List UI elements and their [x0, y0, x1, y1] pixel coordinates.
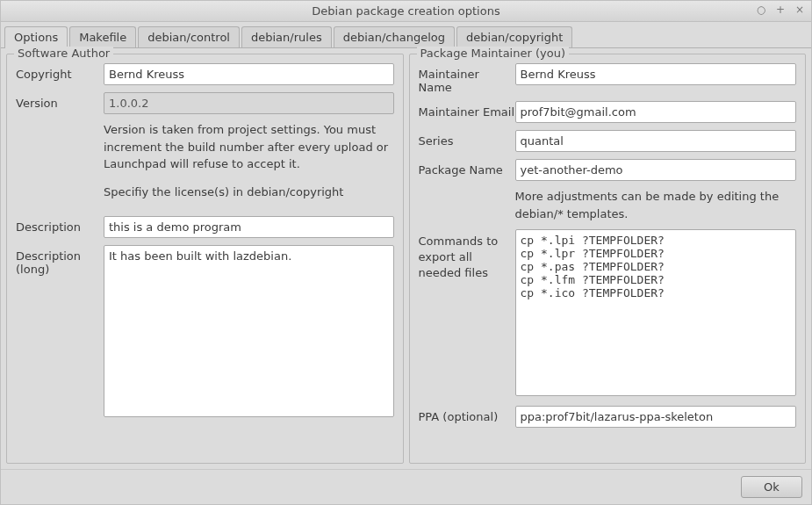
maintainer-email-label: Maintainer Email [419, 101, 515, 119]
titlebar: Debian package creation options ○ + × [1, 1, 811, 22]
ok-button[interactable]: Ok [741, 476, 802, 498]
package-maintainer-group: Package Maintainer (you) Maintainer Name… [409, 54, 807, 464]
window-title: Debian package creation options [312, 4, 499, 18]
commands-input[interactable] [515, 229, 797, 396]
close-icon[interactable]: × [794, 4, 806, 16]
license-help-text: Specifiy the license(s) in debian/copyri… [104, 184, 394, 201]
tab-debian-changelog[interactable]: debian/changelog [334, 26, 455, 47]
description-input[interactable] [104, 216, 394, 238]
version-help-text: Version is taken from project settings. … [104, 121, 394, 173]
dialog-window: Debian package creation options ○ + × Op… [0, 0, 812, 505]
package-help-text: More adjustments can be made by editing … [515, 188, 797, 222]
description-long-input[interactable] [104, 245, 394, 417]
window-controls: ○ + × [755, 4, 806, 16]
copyright-label: Copyright [16, 63, 104, 81]
software-author-title: Software Author [14, 47, 113, 60]
maximize-icon[interactable]: + [774, 4, 787, 16]
maintainer-name-input[interactable] [515, 63, 797, 85]
package-name-label: Package Name [419, 159, 515, 177]
series-input[interactable] [515, 130, 797, 152]
ppa-input[interactable] [515, 406, 797, 428]
maintainer-email-input[interactable] [515, 101, 797, 123]
tab-debian-control[interactable]: debian/control [138, 26, 240, 47]
software-author-group: Software Author Copyright Version Versio… [6, 54, 404, 464]
tabs: Options Makefile debian/control debian/r… [1, 22, 811, 48]
description-label: Description [16, 216, 104, 234]
minimize-icon[interactable]: ○ [755, 4, 767, 16]
description-long-label: Description (long) [16, 245, 104, 276]
button-bar: Ok [1, 469, 811, 504]
ppa-label: PPA (optional) [419, 406, 515, 423]
version-input [104, 92, 394, 114]
package-maintainer-title: Package Maintainer (you) [417, 47, 569, 60]
tab-options[interactable]: Options [4, 26, 68, 48]
package-name-input[interactable] [515, 159, 797, 181]
content-area: Software Author Copyright Version Versio… [1, 48, 811, 469]
version-label: Version [16, 92, 104, 110]
commands-label: Commands to export all needed files [419, 229, 515, 282]
maintainer-name-label: Maintainer Name [419, 63, 515, 94]
tab-makefile[interactable]: Makefile [69, 26, 136, 47]
tab-debian-rules[interactable]: debian/rules [241, 26, 332, 47]
tab-debian-copyright[interactable]: debian/copyright [456, 26, 572, 47]
series-label: Series [419, 130, 515, 148]
copyright-input[interactable] [104, 63, 394, 85]
